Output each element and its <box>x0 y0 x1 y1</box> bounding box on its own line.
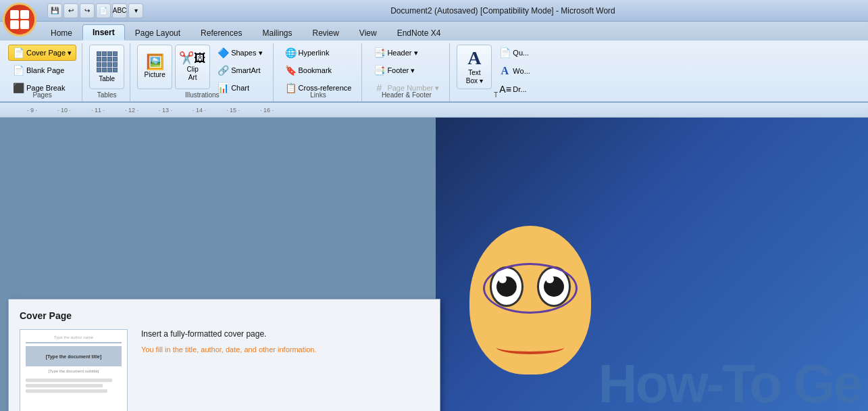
table-icon <box>97 51 118 72</box>
header-icon: 📑 <box>374 47 384 58</box>
clip-art-button[interactable]: ✂️🖼 ClipArt <box>175 45 210 89</box>
tooltip-desc1: Insert a fully-formatted cover page. <box>141 329 316 339</box>
pages-buttons: 📄 Cover Page ▾ 📄 Blank Page ⬛ Page Break <box>8 45 76 89</box>
smartart-button[interactable]: 🔗 SmartArt <box>213 62 267 78</box>
bookmark-label: Bookmark <box>299 66 332 74</box>
links-group-label: Links <box>280 90 357 101</box>
footer-icon: 📑 <box>374 65 384 76</box>
tooltip-desc2: You fill in the title, author, date, and… <box>141 344 316 356</box>
bookmark-icon: 🔖 <box>285 65 296 76</box>
quick-parts-label: Qu... <box>513 49 529 57</box>
picture-button[interactable]: 🖼️ Picture <box>137 45 172 89</box>
shapes-icon: 🔷 <box>218 47 228 58</box>
tooltip-title: Cover Page <box>20 310 429 321</box>
picture-icon: 🖼️ <box>146 55 164 70</box>
quick-parts-button[interactable]: 📄 Qu... <box>494 45 534 61</box>
table-label: Table <box>99 75 115 83</box>
picture-label: Picture <box>145 71 165 79</box>
header-footer-group-label: Header & Footer <box>369 90 444 101</box>
title-text: Document2 (Autosaved) [Compatibility Mod… <box>143 6 863 16</box>
tab-home[interactable]: Home <box>41 24 82 41</box>
cover-page-button[interactable]: 📄 Cover Page ▾ <box>8 45 76 61</box>
title-bar: 💾 ↩ ↪ 📄 ABC ▾ Document2 (Autosaved) [Com… <box>0 0 868 22</box>
illustrations-group-label: Illustrations <box>137 90 267 101</box>
header-footer-group-items: 📑 Header ▾ 📑 Footer ▾ # Page Number ▾ <box>369 45 444 90</box>
text-box-label: TextBox ▾ <box>466 69 483 85</box>
ribbon: Home Insert Page Layout References Maili… <box>0 22 868 103</box>
customize-qat-button[interactable]: ▾ <box>128 3 143 18</box>
blank-page-button[interactable]: 📄 Blank Page <box>8 62 76 78</box>
spelling-button[interactable]: ABC <box>112 3 127 18</box>
hyperlink-label: Hyperlink <box>299 49 330 57</box>
tab-insert[interactable]: Insert <box>82 24 125 41</box>
ribbon-group-links: 🌐 Hyperlink 🔖 Bookmark 📋 Cross-reference… <box>275 43 363 101</box>
save-button[interactable]: 💾 <box>47 3 62 18</box>
hyperlink-icon: 🌐 <box>285 47 296 58</box>
quick-parts-icon: 📄 <box>499 47 510 58</box>
cover-page-label: Cover Page ▾ <box>26 49 72 57</box>
text-box-icon: A <box>467 49 481 68</box>
tab-references[interactable]: References <box>190 24 252 41</box>
ribbon-group-pages: 📄 Cover Page ▾ 📄 Blank Page ⬛ Page Break… <box>3 43 82 101</box>
pages-group-items: 📄 Cover Page ▾ 📄 Blank Page ⬛ Page Break <box>8 45 76 90</box>
text-group-label: T <box>457 90 534 101</box>
links-group-items: 🌐 Hyperlink 🔖 Bookmark 📋 Cross-reference <box>280 45 357 90</box>
illus-small-btns: 🔷 Shapes ▾ 🔗 SmartArt 📊 Chart <box>213 45 267 89</box>
redo-button[interactable]: ↪ <box>80 3 95 18</box>
preview-lines <box>26 379 122 393</box>
wordart-button[interactable]: A Wo... <box>494 62 534 80</box>
footer-button[interactable]: 📑 Footer ▾ <box>369 62 444 78</box>
wordart-icon: A <box>499 65 510 77</box>
tab-page-layout[interactable]: Page Layout <box>125 24 190 41</box>
cartoon-area: How-To Ge <box>436 118 868 411</box>
text-group-items: A TextBox ▾ 📄 Qu... A Wo... A≡ Dr... <box>457 45 534 90</box>
cover-page-tooltip: Cover Page Type the author name [Type th… <box>8 299 440 411</box>
tooltip-text: Insert a fully-formatted cover page. You… <box>141 329 316 356</box>
undo-button[interactable]: ↩ <box>63 3 78 18</box>
tables-group-items: Table <box>89 45 124 90</box>
smartart-label: SmartArt <box>231 66 260 74</box>
shapes-label: Shapes ▾ <box>231 49 262 57</box>
hyperlink-button[interactable]: 🌐 Hyperlink <box>280 45 357 61</box>
preview-subtitle: [Type the document subtitle] <box>27 369 120 373</box>
cover-page-icon: 📄 <box>13 47 24 58</box>
ribbon-group-text: A TextBox ▾ 📄 Qu... A Wo... A≡ Dr... <box>451 43 540 101</box>
text-box-button[interactable]: A TextBox ▾ <box>457 45 492 89</box>
table-button[interactable]: Table <box>89 45 124 89</box>
quick-access-toolbar: 💾 ↩ ↪ 📄 ABC ▾ <box>47 3 143 18</box>
ribbon-group-header-footer: 📑 Header ▾ 📑 Footer ▾ # Page Number ▾ He… <box>363 43 450 101</box>
shapes-button[interactable]: 🔷 Shapes ▾ <box>213 45 267 61</box>
tab-mailings[interactable]: Mailings <box>252 24 302 41</box>
illustrations-group-items: 🖼️ Picture ✂️🖼 ClipArt 🔷 Shapes ▾ 🔗 Smar… <box>137 45 267 90</box>
tab-view[interactable]: View <box>349 24 387 41</box>
text-small-btns: 📄 Qu... A Wo... A≡ Dr... <box>494 45 534 89</box>
footer-label: Footer ▾ <box>387 66 415 75</box>
new-doc-button[interactable]: 📄 <box>96 3 111 18</box>
wordart-label: Wo... <box>513 67 530 75</box>
clip-art-icon: ✂️🖼 <box>179 52 206 64</box>
tooltip-body: Type the author name [Type the document … <box>20 329 429 411</box>
header-label: Header ▾ <box>387 49 417 57</box>
tab-review[interactable]: Review <box>302 24 349 41</box>
preview-top-text: Type the author name <box>26 335 122 339</box>
bookmark-button[interactable]: 🔖 Bookmark <box>280 62 357 78</box>
office-button[interactable] <box>3 3 36 37</box>
smartart-icon: 🔗 <box>218 65 228 76</box>
hf-small-btns: 📑 Header ▾ 📑 Footer ▾ # Page Number ▾ <box>369 45 444 89</box>
ribbon-group-tables: Table Tables <box>84 43 130 101</box>
ribbon-group-illustrations: 🖼️ Picture ✂️🖼 ClipArt 🔷 Shapes ▾ 🔗 Smar… <box>132 43 273 101</box>
blank-page-label: Blank Page <box>26 66 64 74</box>
tab-endnote[interactable]: EndNote X4 <box>387 24 451 41</box>
preview-title: [Type the document title] <box>26 346 122 366</box>
tabs-row: Home Insert Page Layout References Maili… <box>0 22 868 41</box>
clip-art-label: ClipArt <box>187 66 199 82</box>
links-small-btns: 🌐 Hyperlink 🔖 Bookmark 📋 Cross-reference <box>280 45 357 89</box>
blank-page-icon: 📄 <box>13 65 24 76</box>
header-button[interactable]: 📑 Header ▾ <box>369 45 444 61</box>
cartoon-text: How-To Ge <box>598 353 861 411</box>
pages-group-label: Pages <box>8 90 76 101</box>
ruler: · 9 · · 10 · · 11 · · 12 · · 13 · · 14 ·… <box>0 103 868 118</box>
ribbon-content: 📄 Cover Page ▾ 📄 Blank Page ⬛ Page Break… <box>0 41 868 101</box>
tables-group-label: Tables <box>89 90 124 101</box>
tooltip-preview: Type the author name [Type the document … <box>20 329 128 411</box>
